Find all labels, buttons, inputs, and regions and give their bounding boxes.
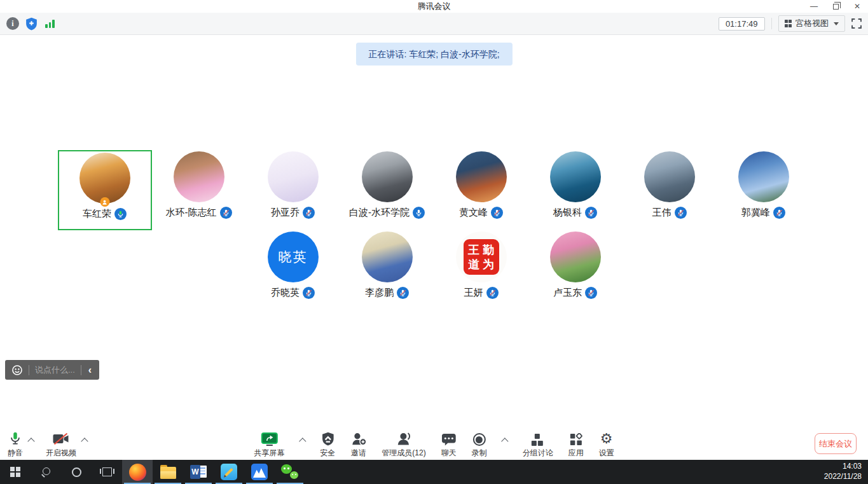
portrait-man-avatar	[362, 151, 413, 202]
security-shield-icon	[321, 432, 334, 446]
emoji-smiley-icon[interactable]	[11, 364, 23, 376]
participant-tile[interactable]: 王伟	[623, 150, 717, 230]
participant-tile[interactable]: 郭冀峰	[717, 150, 811, 230]
participant-tile[interactable]: 晓英 乔晓英	[246, 230, 340, 305]
chevron-down-icon	[834, 22, 839, 25]
divider	[29, 365, 29, 375]
participant-tile[interactable]: 黄文峰	[434, 150, 528, 230]
participant-tile[interactable]: 车红荣	[58, 150, 152, 230]
participant-mic-icon[interactable]	[486, 287, 499, 299]
clock-time: 14:03	[843, 462, 862, 472]
close-button[interactable]: ✕	[846, 0, 868, 13]
chat-label: 聊天	[441, 448, 457, 459]
invite-button[interactable]: 邀请	[350, 430, 366, 459]
participant-mic-icon[interactable]	[114, 208, 127, 220]
participant-tile[interactable]: 李彦鹏	[340, 230, 434, 305]
chat-button[interactable]: 聊天	[441, 430, 457, 459]
participant-mic-icon[interactable]	[491, 207, 503, 219]
settings-button[interactable]: ⚙ 设置	[599, 430, 614, 459]
taskbar-notes-app[interactable]	[214, 460, 244, 484]
fullscreen-icon[interactable]	[851, 18, 862, 29]
participant-mic-icon[interactable]	[220, 207, 232, 219]
lotus-flower-avatar	[550, 232, 601, 282]
participant-tile[interactable]: 白波-水环学院	[340, 150, 434, 230]
word-icon: W	[190, 465, 207, 479]
security-button[interactable]: 安全	[320, 430, 335, 459]
participant-mic-icon[interactable]	[413, 207, 425, 219]
top-toolbar: i 01:17:49 宫格视图	[0, 13, 868, 35]
participant-row-2: 晓英 乔晓英	[0, 230, 868, 305]
participant-grid: 车红荣 水环-陈志红	[0, 150, 868, 305]
participant-name: 白波-水环学院	[349, 207, 410, 219]
participant-name: 水环-陈志红	[166, 207, 217, 219]
shield-protect-icon[interactable]	[25, 17, 38, 31]
taskbar-meeting-app[interactable]	[244, 460, 275, 484]
record-icon	[473, 433, 486, 446]
record-options-chevron[interactable]	[501, 438, 508, 445]
share-options-chevron[interactable]	[299, 438, 306, 445]
participant-name: 王伟	[652, 207, 672, 219]
participant-name: 卢玉东	[553, 287, 582, 299]
participant-mic-icon[interactable]	[585, 207, 597, 219]
mute-label: 静音	[8, 448, 23, 459]
video-options-chevron[interactable]	[81, 438, 88, 445]
man-by-sea-avatar	[644, 151, 695, 202]
participant-mic-icon[interactable]	[303, 207, 315, 219]
participant-name-row: 杨银科	[553, 207, 597, 219]
participant-name-row: 郭冀峰	[741, 207, 785, 219]
end-meeting-button[interactable]: 结束会议	[815, 433, 857, 454]
participant-tile[interactable]: 水环-陈志红	[152, 150, 246, 230]
meeting-app-icon	[251, 464, 268, 480]
breakout-rooms-icon	[532, 434, 544, 446]
participant-tile[interactable]: 卢玉东	[528, 230, 623, 305]
participant-name-row: 乔晓英	[271, 287, 315, 299]
participant-mic-icon[interactable]	[585, 287, 597, 299]
participant-mic-icon[interactable]	[675, 207, 687, 219]
taskbar-firefox[interactable]	[122, 460, 153, 484]
start-video-button[interactable]: 开启视频	[46, 430, 76, 459]
grid-view-icon	[785, 20, 792, 27]
titlebar: 腾讯会议 — ✕	[0, 0, 868, 13]
start-button[interactable]	[0, 460, 31, 484]
participant-tile[interactable]: 杨银科	[528, 150, 623, 230]
network-signal-icon[interactable]	[44, 19, 56, 28]
taskbar-word[interactable]: W	[183, 460, 214, 484]
participant-name: 郭冀峰	[741, 207, 770, 219]
taskbar-search-button[interactable]	[31, 460, 61, 484]
participant-name-row: 李彦鹏	[365, 287, 409, 299]
participant-name-row: 王妍	[464, 287, 499, 299]
participant-mic-icon[interactable]	[773, 207, 785, 219]
cortana-icon	[72, 467, 81, 477]
taskbar-clock[interactable]: 14:03 2022/11/28	[824, 460, 868, 484]
manage-members-button[interactable]: 管理成员(12)	[382, 430, 425, 459]
top-toolbar-left: i	[6, 17, 56, 31]
notes-pencil-icon	[221, 464, 237, 480]
cortana-button[interactable]	[61, 460, 92, 484]
taskbar-file-explorer[interactable]	[153, 460, 183, 484]
layout-view-switcher[interactable]: 宫格视图	[778, 15, 846, 32]
participant-mic-icon[interactable]	[397, 287, 409, 299]
share-screen-button[interactable]: 共享屏幕	[254, 430, 284, 459]
window-title: 腾讯会议	[418, 1, 451, 12]
apps-label: 应用	[568, 448, 584, 459]
restore-button[interactable]	[825, 0, 846, 13]
minimize-button[interactable]: —	[803, 0, 825, 13]
quick-chat-bar[interactable]: 说点什么... ‹	[5, 360, 99, 380]
blue-initials-avatar: 晓英	[268, 232, 319, 282]
collapse-chat-arrow[interactable]: ‹	[87, 365, 93, 375]
meeting-info-icon[interactable]: i	[6, 17, 19, 30]
invite-label: 邀请	[351, 448, 366, 459]
chat-input-placeholder[interactable]: 说点什么...	[35, 364, 75, 376]
mute-options-chevron[interactable]	[27, 438, 34, 445]
record-button[interactable]: 录制	[472, 430, 487, 459]
apps-button[interactable]: 应用	[568, 430, 584, 459]
mute-button[interactable]: 静音	[8, 430, 23, 459]
participant-mic-icon[interactable]	[303, 287, 315, 299]
participant-tile[interactable]: 孙亚乔	[246, 150, 340, 230]
participant-tile[interactable]: 王勤道为 王妍	[434, 230, 528, 305]
clock-date: 2022/11/28	[824, 472, 862, 482]
security-label: 安全	[320, 448, 335, 459]
breakout-rooms-button[interactable]: 分组讨论	[523, 430, 553, 459]
taskbar-wechat[interactable]	[275, 460, 305, 484]
task-view-button[interactable]	[92, 460, 122, 484]
